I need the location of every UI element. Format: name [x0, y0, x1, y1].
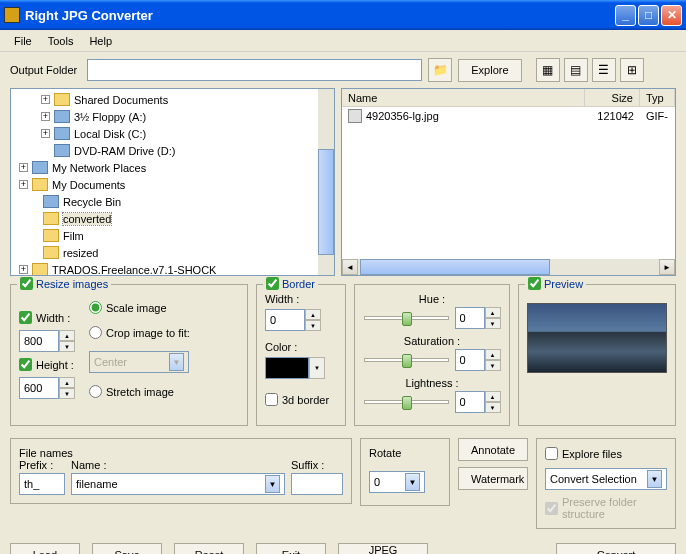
tree-item[interactable]: +Shared Documents	[13, 91, 332, 108]
border-color-picker[interactable]: ▼	[265, 357, 337, 379]
convert-selection-combo[interactable]: Convert Selection▼	[545, 468, 667, 490]
save-button[interactable]: Save	[92, 543, 162, 554]
saturation-slider[interactable]	[364, 350, 449, 370]
menu-file[interactable]: File	[6, 33, 40, 49]
hue-slider[interactable]	[364, 308, 449, 328]
width-input[interactable]: ▲▼	[19, 330, 75, 352]
jpeg-settings-button[interactable]: JPEG Settings	[338, 543, 428, 554]
tree-item[interactable]: Recycle Bin	[13, 193, 332, 210]
resize-images-checkbox[interactable]: Resize images	[17, 277, 111, 290]
stretch-radio[interactable]: Stretch image	[89, 385, 190, 398]
output-folder-row: Output Folder 📁 Explore ▦ ▤ ☰ ⊞	[0, 52, 686, 88]
col-size[interactable]: Size	[585, 89, 640, 106]
reset-button[interactable]: Reset	[174, 543, 244, 554]
folder-icon	[43, 229, 59, 242]
explore-files-checkbox[interactable]: Explore files	[545, 447, 667, 460]
list-row[interactable]: 4920356-lg.jpg121042GIF-	[342, 107, 675, 124]
filenames-panel: File names Prefix : Name : filename▼ Suf…	[10, 438, 352, 504]
rotate-title: Rotate	[369, 447, 441, 459]
border-width-label: Width :	[265, 293, 337, 305]
col-name[interactable]: Name	[342, 89, 585, 106]
folder-tree[interactable]: +Shared Documents+3½ Floppy (A:)+Local D…	[10, 88, 335, 276]
name-label: Name :	[71, 459, 285, 471]
lightness-slider[interactable]	[364, 392, 449, 412]
tree-item[interactable]: +TRADOS.Freelance.v7.1-SHOCK	[13, 261, 332, 275]
rotate-combo[interactable]: 0▼	[369, 471, 425, 493]
width-checkbox[interactable]: Width :	[19, 311, 75, 324]
minimize-button[interactable]: _	[615, 5, 636, 26]
folder-icon	[43, 246, 59, 259]
folder-icon	[43, 212, 59, 225]
border-checkbox[interactable]: Border	[263, 277, 318, 290]
folder-icon	[54, 144, 70, 157]
browse-folder-button[interactable]: 📁	[428, 58, 452, 82]
hue-input[interactable]: ▲▼	[455, 307, 501, 329]
list-hscrollbar[interactable]: ◄ ►	[342, 259, 675, 275]
tree-scrollbar[interactable]	[318, 89, 334, 275]
preview-checkbox[interactable]: Preview	[525, 277, 586, 290]
file-list[interactable]: Name Size Typ 4920356-lg.jpg121042GIF- ◄…	[341, 88, 676, 276]
output-folder-label: Output Folder	[10, 64, 77, 76]
preserve-folder-checkbox: Preserve folder structure	[545, 496, 667, 520]
exit-button[interactable]: Exit	[256, 543, 326, 554]
border-3d-checkbox[interactable]: 3d border	[265, 393, 337, 406]
folder-icon	[54, 110, 70, 123]
output-folder-input[interactable]	[87, 59, 422, 81]
view-icons-button[interactable]: ▦	[536, 58, 560, 82]
watermark-button[interactable]: Watermark	[458, 467, 528, 490]
explore-files-panel: Explore files Convert Selection▼ Preserv…	[536, 438, 676, 529]
scale-radio[interactable]: Scale image	[89, 301, 190, 314]
col-type[interactable]: Typ	[640, 89, 675, 106]
tree-item[interactable]: resized	[13, 244, 332, 261]
height-input[interactable]: ▲▼	[19, 377, 75, 399]
view-thumbs-button[interactable]: ⊞	[620, 58, 644, 82]
tree-item[interactable]: Film	[13, 227, 332, 244]
lightness-input[interactable]: ▲▼	[455, 391, 501, 413]
close-button[interactable]: ✕	[661, 5, 682, 26]
tree-item[interactable]: +My Documents	[13, 176, 332, 193]
explore-button[interactable]: Explore	[458, 59, 521, 82]
folder-icon	[32, 178, 48, 191]
border-color-label: Color :	[265, 341, 337, 353]
name-combo[interactable]: filename▼	[71, 473, 285, 495]
preview-panel: Preview	[518, 284, 676, 426]
app-icon	[4, 7, 20, 23]
tree-item[interactable]: converted	[13, 210, 332, 227]
main-buttons: Load Save Reset Exit JPEG Settings Conve…	[0, 537, 686, 554]
menu-bar: File Tools Help	[0, 30, 686, 52]
rotate-panel: Rotate 0▼	[360, 438, 450, 506]
height-checkbox[interactable]: Height :	[19, 358, 75, 371]
suffix-label: Suffix :	[291, 459, 343, 471]
filenames-title: File names	[19, 447, 343, 459]
border-width-input[interactable]: ▲▼	[265, 309, 337, 331]
tree-item[interactable]: +My Network Places	[13, 159, 332, 176]
convert-button[interactable]: Convert	[556, 543, 676, 554]
preview-image	[527, 303, 667, 373]
menu-help[interactable]: Help	[81, 33, 120, 49]
crop-position-combo[interactable]: Center▼	[89, 351, 189, 373]
crop-radio[interactable]: Crop image to fit:	[89, 326, 190, 339]
resize-panel: Resize images Width : ▲▼ Height : ▲▼ Sca…	[10, 284, 248, 426]
menu-tools[interactable]: Tools	[40, 33, 82, 49]
title-bar: Right JPG Converter _ □ ✕	[0, 0, 686, 30]
suffix-input[interactable]	[291, 473, 343, 495]
prefix-label: Prefix :	[19, 459, 65, 471]
folder-icon	[54, 127, 70, 140]
saturation-label: Saturation :	[404, 335, 460, 347]
annotate-button[interactable]: Annotate	[458, 438, 528, 461]
view-details-button[interactable]: ☰	[592, 58, 616, 82]
saturation-input[interactable]: ▲▼	[455, 349, 501, 371]
folder-icon	[43, 195, 59, 208]
tree-item[interactable]: DVD-RAM Drive (D:)	[13, 142, 332, 159]
folder-icon	[32, 263, 48, 275]
hue-label: Hue :	[419, 293, 445, 305]
file-icon	[348, 109, 362, 123]
tree-item[interactable]: +Local Disk (C:)	[13, 125, 332, 142]
folder-icon	[32, 161, 48, 174]
maximize-button[interactable]: □	[638, 5, 659, 26]
folder-icon	[54, 93, 70, 106]
load-button[interactable]: Load	[10, 543, 80, 554]
prefix-input[interactable]	[19, 473, 65, 495]
view-list-button[interactable]: ▤	[564, 58, 588, 82]
tree-item[interactable]: +3½ Floppy (A:)	[13, 108, 332, 125]
